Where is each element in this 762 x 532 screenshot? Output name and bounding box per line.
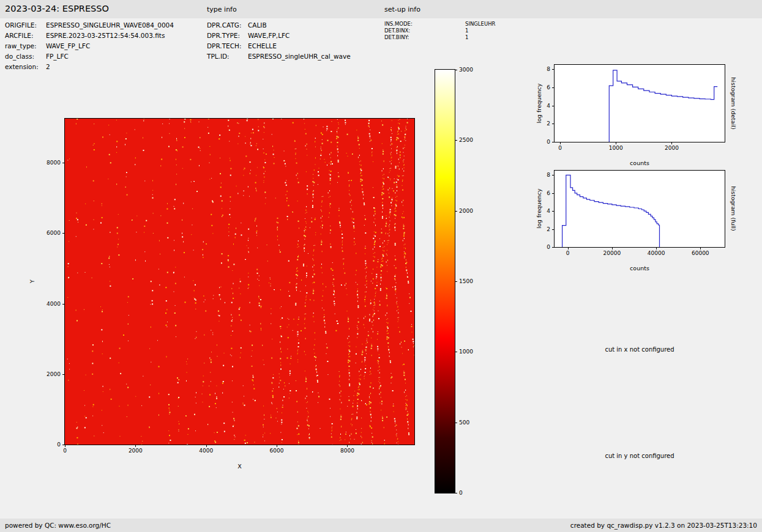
y-tick [62, 374, 65, 375]
colorbar-tick-label: 1500 [459, 278, 473, 284]
x-tick [568, 247, 569, 249]
x-tick [671, 142, 672, 144]
histogram-detail-plot: 01000200002468 [554, 64, 725, 142]
type-info-key: TPL.ID: [207, 51, 248, 62]
x-tick [700, 247, 701, 249]
colorbar-tick-label: 1000 [459, 349, 473, 355]
type-info-key: DPR.TYPE: [207, 31, 248, 41]
y-tick [62, 233, 65, 234]
histogram-line [562, 175, 660, 247]
x-tick-label: 60000 [692, 250, 709, 256]
y-tick [552, 142, 555, 142]
x-tick-label: 20000 [603, 250, 621, 256]
file-info-key: extension: [5, 62, 46, 72]
y-tick-label: 2 [547, 226, 550, 232]
file-info-value: ESPRE.2023-03-25T12:54:54.003.fits [46, 31, 165, 41]
hist-full-x-axis-label: counts [554, 265, 725, 272]
type-info-value: WAVE,FP,LFC [248, 31, 289, 41]
qc-report-page: 2023-03-24: ESPRESSO type info set-up in… [0, 0, 762, 532]
file-info-row: do_class: FP_LFC [5, 51, 174, 62]
cut-in-y-note: cut in y not configured [554, 453, 725, 459]
colorbar-tick [455, 423, 457, 423]
file-info-row: ORIGFILE: ESPRESSO_SINGLEUHR_WAVE084_000… [5, 20, 174, 31]
y-tick [552, 229, 555, 230]
type-info-key: DPR.TECH: [207, 41, 248, 51]
colorbar-tick [455, 70, 457, 70]
setup-info-key: DET.BINY: [384, 34, 465, 41]
x-tick [65, 445, 65, 447]
main-y-axis-label: Y [29, 279, 35, 283]
setup-info-value: 1 [465, 34, 468, 41]
x-tick-label: 40000 [648, 250, 665, 256]
y-tick-label: 8 [547, 66, 550, 72]
colorbar-tick [455, 281, 457, 282]
setup-info-key: DET.BINX: [384, 28, 465, 34]
y-tick-label: 0 [57, 441, 61, 448]
histogram-line [609, 70, 717, 142]
setup-info-row: INS.MODE: SINGLEUHR [384, 21, 495, 28]
y-tick-label: 4 [547, 103, 550, 109]
y-tick-label: 4000 [47, 301, 61, 307]
y-tick [552, 211, 555, 212]
main-x-axis-label: X [64, 463, 415, 470]
x-tick-label: 2000 [665, 145, 679, 151]
setup-info-key: INS.MODE: [384, 21, 465, 28]
colorbar-tick [455, 352, 457, 352]
hist-full-y-axis-label: log frequency [536, 188, 542, 228]
y-tick [552, 69, 555, 70]
y-tick-label: 8 [547, 172, 550, 178]
footer-powered-by: powered by QC: www.eso.org/HC [5, 522, 111, 529]
file-info-value: ESPRESSO_SINGLEUHR_WAVE084_0004 [46, 20, 174, 31]
y-tick [552, 124, 555, 124]
y-tick [552, 193, 555, 194]
x-tick-label: 4000 [199, 448, 213, 454]
y-tick-label: 2000 [47, 371, 61, 377]
type-info-row: DPR.TYPE: WAVE,FP,LFC [207, 31, 351, 41]
file-info-block: ORIGFILE: ESPRESSO_SINGLEUHR_WAVE084_000… [5, 20, 174, 72]
y-tick-label: 2 [547, 120, 550, 127]
setup-info-row: DET.BINY: 1 [384, 34, 495, 41]
type-info-row: DPR.TECH: ECHELLE [207, 41, 351, 51]
x-tick-label: 0 [566, 250, 570, 256]
y-tick-label: 4 [547, 208, 550, 214]
colorbar-tick-label: 0 [459, 490, 463, 496]
file-info-key: ORIGFILE: [5, 20, 46, 31]
x-tick-label: 6000 [270, 448, 284, 454]
colorbar: 050010001500200025003000 [435, 69, 455, 493]
histogram-full-plot: 020000400006000002468 [554, 170, 725, 248]
y-tick [62, 445, 65, 445]
x-tick [560, 142, 561, 144]
y-tick-label: 6 [547, 84, 550, 91]
hist-detail-right-label: histogram (detail) [730, 77, 737, 129]
hist-detail-canvas [555, 65, 725, 142]
file-info-key: raw_type: [5, 41, 46, 51]
setup-info-block: INS.MODE: SINGLEUHR DET.BINX: 1 DET.BINY… [384, 21, 495, 41]
type-info-value: ESPRESSO_singleUHR_cal_wave [248, 51, 351, 62]
colorbar-tick-label: 2000 [459, 208, 473, 214]
x-tick-label: 0 [63, 448, 67, 454]
hist-detail-x-axis-label: counts [554, 160, 725, 166]
raw-frame-plot: 0200040006000800002000400060008000 [64, 118, 415, 445]
colorbar-tick-label: 3000 [459, 67, 473, 73]
file-info-row: raw_type: WAVE_FP_LFC [5, 41, 174, 51]
type-info-row: DPR.CATG: CALIB [207, 20, 351, 31]
x-tick [277, 445, 277, 447]
y-tick-label: 0 [547, 139, 550, 145]
y-tick-label: 6 [547, 190, 550, 196]
y-tick [552, 87, 555, 88]
setup-info-row: DET.BINX: 1 [384, 28, 495, 34]
cut-in-x-note: cut in x not configured [554, 346, 725, 353]
setup-info-value: SINGLEUHR [465, 21, 495, 28]
colorbar-tick [455, 493, 457, 493]
colorbar-tick [455, 140, 457, 141]
x-tick [347, 445, 348, 447]
x-tick [206, 445, 207, 447]
x-tick-label: 0 [558, 145, 562, 151]
x-tick [135, 445, 136, 447]
type-info-key: DPR.CATG: [207, 20, 248, 31]
file-info-row: extension: 2 [5, 62, 174, 72]
file-info-row: ARCFILE: ESPRE.2023-03-25T12:54:54.003.f… [5, 31, 174, 41]
hist-full-canvas [555, 171, 725, 247]
file-info-key: ARCFILE: [5, 31, 46, 41]
y-tick [552, 247, 555, 248]
